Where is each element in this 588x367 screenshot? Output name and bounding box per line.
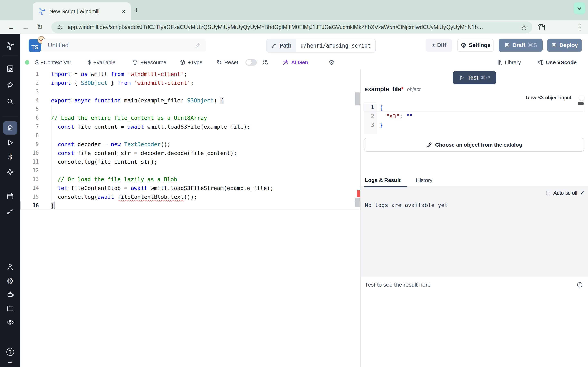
editor-settings-gear[interactable]: ⚙ [328, 56, 334, 69]
browser-tab[interactable]: New Script | Windmill × [33, 2, 131, 20]
sidebar-item-settings[interactable]: ⚙ [0, 277, 20, 285]
argument-header: example_file*object [364, 86, 421, 92]
library-icon [496, 59, 502, 66]
tab-history[interactable]: History [416, 177, 432, 184]
auto-scroll-control[interactable]: Auto scroll ✓ [545, 190, 584, 196]
url-bar[interactable]: app.windmill.dev/scripts/add#JTdCJTIyaGF… [52, 21, 532, 33]
window-chevron-button[interactable] [574, 2, 585, 14]
sidebar-divider [2, 116, 18, 117]
sidebar-collapse-arrow[interactable]: → [0, 358, 20, 365]
script-name-input[interactable]: Untitled [43, 39, 206, 52]
browser-menu-icon[interactable]: ⋮ [576, 22, 584, 32]
gear-icon: ⚙ [460, 42, 466, 49]
dollar-icon: $ [35, 59, 39, 66]
expand-icon [545, 191, 551, 196]
sidebar-item-resources[interactable] [0, 169, 20, 176]
results-tabs: Logs & Result History [361, 175, 588, 187]
draft-button[interactable]: Draft ⌘S [499, 39, 543, 52]
sidebar-item-favorites[interactable] [0, 81, 20, 89]
reset-button[interactable]: ↻ Reset [216, 56, 238, 69]
edit-pencil-icon[interactable] [195, 42, 200, 48]
run-panel: Test ⌘⏎ example_file*object Raw S3 objec… [361, 69, 588, 367]
result-panel: Test to see the result here [361, 277, 588, 367]
diff-button[interactable]: ± Diff [426, 39, 452, 52]
sidebar-item-schedules[interactable] [0, 192, 20, 200]
site-settings-icon[interactable] [57, 24, 63, 31]
script-name-value: Untitled [48, 42, 195, 49]
status-dot [25, 56, 29, 69]
test-shortcut: ⌘⏎ [481, 75, 490, 81]
sidebar-item-audit-logs[interactable] [0, 318, 20, 326]
pipette-icon [426, 142, 432, 148]
info-icon[interactable] [577, 282, 583, 288]
app-sidebar: $ ⚙ [0, 34, 20, 367]
sidebar-item-runs[interactable] [0, 139, 20, 146]
raw-s3-label: Raw S3 object input [526, 94, 571, 101]
save-icon [504, 42, 510, 48]
settings-button[interactable]: ⚙ Settings [457, 39, 494, 52]
sidebar-item-search[interactable] [0, 98, 20, 105]
browser-tabstrip: New Script | Windmill × + [0, 0, 588, 20]
new-tab-button[interactable]: + [134, 5, 139, 15]
url-text[interactable]: app.windmill.dev/scripts/add#JTdCJTIyaGF… [68, 24, 518, 30]
browser-toolbar: ← → ↻ app.windmill.dev/scripts/add#JTdCJ… [0, 20, 588, 34]
deploy-button[interactable]: Deploy [547, 39, 582, 52]
sidebar-item-home[interactable] [3, 121, 17, 134]
add-variable-button[interactable]: $ +Variable [88, 56, 115, 69]
sidebar-divider [2, 56, 18, 57]
sidebar-item-help[interactable]: ? [0, 348, 20, 356]
ai-gen-button[interactable]: AI Gen [282, 56, 308, 69]
diff-icon: ± [432, 42, 435, 49]
tab-title: New Script | Windmill [49, 8, 121, 15]
result-placeholder: Test to see the result here [365, 282, 431, 288]
choose-object-button[interactable]: Choose an object from the catalog [364, 138, 584, 152]
draft-shortcut: ⌘S [528, 42, 537, 49]
logs-panel: Auto scroll ✓ No logs are available yet [361, 187, 588, 277]
reset-icon: ↻ [216, 58, 222, 66]
tab-close-icon[interactable]: × [121, 8, 125, 15]
editor-scrollbar-thumb[interactable] [355, 92, 360, 105]
vscode-icon [537, 59, 544, 66]
editor-scrollbar-thumb[interactable] [355, 198, 360, 207]
use-vscode-button[interactable]: Use VScode [537, 56, 577, 69]
add-resource-button[interactable]: +Resource [132, 56, 166, 69]
test-button[interactable]: Test ⌘⏎ [453, 71, 496, 84]
play-icon [459, 75, 465, 80]
path-button[interactable]: Path u/henri/amusing_script [267, 39, 376, 53]
magic-wand-icon [282, 59, 289, 66]
bookmark-star-icon[interactable]: ☆ [521, 23, 527, 31]
sidebar-item-folders[interactable] [0, 304, 20, 312]
tab-logs-result[interactable]: Logs & Result [365, 177, 401, 184]
add-context-var-button[interactable]: $ +Context Var [35, 56, 71, 69]
argument-name: example_file [364, 86, 401, 92]
windmill-favicon-icon [38, 8, 46, 15]
path-value: u/henri/amusing_script [296, 39, 375, 52]
main-area: TS Untitled Path u/henri/amusing_script … [20, 34, 588, 367]
windmill-logo[interactable] [0, 42, 20, 50]
error-overview-mark [357, 190, 360, 197]
sidebar-item-workers[interactable] [0, 291, 20, 299]
help-icon: ? [6, 348, 14, 356]
sidebar-item-flows[interactable] [0, 208, 20, 215]
save-icon [551, 42, 557, 48]
library-button[interactable]: Library [496, 56, 521, 69]
code-lines: 1import * as wmill from 'windmill-client… [20, 69, 360, 210]
sidebar-item-workspace[interactable] [0, 65, 20, 73]
editor-toolbar: $ +Context Var $ +Variable +Resource +Ty… [20, 56, 588, 70]
json-lines: 1{2 "s3": ""3} [364, 103, 584, 129]
extensions-icon[interactable] [537, 23, 546, 32]
no-logs-message: No logs are available yet [365, 202, 448, 208]
sidebar-item-variables[interactable]: $ [0, 154, 20, 160]
forward-button[interactable]: → [22, 22, 29, 32]
add-type-button[interactable]: +Type [179, 56, 203, 69]
reload-button[interactable]: ↻ [37, 22, 43, 32]
back-button[interactable]: ← [7, 22, 15, 32]
package-icon [179, 59, 185, 66]
multiplayer-toggle[interactable] [245, 56, 257, 69]
code-editor[interactable]: 1import * as wmill from 'windmill-client… [20, 69, 360, 367]
json-scrollbar-thumb[interactable] [578, 102, 584, 105]
json-args-editor[interactable]: 1{2 "s3": ""3} [364, 102, 584, 134]
check-icon: ✓ [580, 190, 584, 196]
windmill-script-editor-window: New Script | Windmill × + ← → ↻ app.wind… [0, 0, 588, 367]
sidebar-item-user[interactable] [0, 263, 20, 271]
